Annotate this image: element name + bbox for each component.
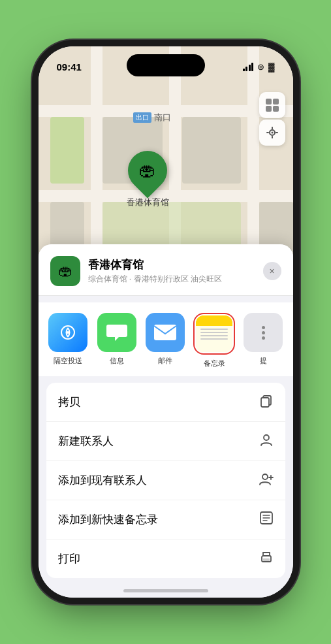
svg-point-5 — [271, 132, 273, 134]
battery-icon: ▓ — [268, 62, 274, 72]
action-copy[interactable]: 拷贝 — [46, 383, 285, 422]
dynamic-island — [127, 54, 205, 76]
action-list: 拷贝 新建联系人 添 — [46, 383, 285, 578]
share-item-mail[interactable]: 邮件 — [144, 313, 187, 366]
close-icon: × — [269, 266, 274, 276]
svg-point-12 — [262, 474, 268, 479]
share-item-airdrop[interactable]: 隔空投送 — [46, 313, 90, 366]
notes-label: 备忘录 — [204, 359, 225, 368]
share-row: 隔空投送 信息 邮件 — [39, 302, 293, 376]
action-add-contact[interactable]: 添加到现有联系人 — [46, 461, 285, 500]
note-icon — [259, 511, 274, 528]
wifi-icon: ⊜ — [257, 62, 264, 72]
pin-label: 香港体育馆 — [127, 197, 169, 208]
notes-highlight-border — [193, 313, 235, 355]
notes-icon — [196, 315, 232, 352]
stadium-icon: 🏟 — [139, 161, 156, 181]
svg-rect-0 — [266, 99, 272, 105]
action-new-contact-label: 新建联系人 — [58, 434, 114, 449]
copy-icon — [259, 393, 274, 411]
svg-point-11 — [264, 435, 269, 440]
person-icon — [259, 432, 274, 450]
share-item-notes[interactable]: 备忘录 — [193, 313, 236, 368]
share-item-message[interactable]: 信息 — [95, 313, 138, 366]
pin-circle: 🏟 — [120, 143, 176, 199]
share-item-more[interactable]: 提 — [242, 313, 285, 366]
action-new-contact[interactable]: 新建联系人 — [46, 422, 285, 461]
svg-rect-2 — [266, 106, 272, 112]
home-indicator — [123, 589, 208, 592]
action-print-label: 打印 — [58, 551, 80, 566]
block2 — [182, 117, 241, 184]
status-icons: ⊜ ▓ — [243, 62, 275, 72]
map-controls — [259, 92, 285, 146]
stadium-pin: 🏟 香港体育馆 — [127, 151, 169, 208]
print-icon — [259, 550, 274, 568]
location-info: 香港体育馆 综合体育馆 · 香港特别行政区 油尖旺区 — [88, 257, 255, 285]
location-name: 香港体育馆 — [88, 257, 255, 272]
action-add-contact-label: 添加到现有联系人 — [58, 473, 147, 488]
more-label: 提 — [260, 356, 267, 366]
location-button[interactable] — [259, 120, 285, 146]
map-nankou-text: 南口 — [154, 112, 171, 123]
location-header: 🏟 香港体育馆 综合体育馆 · 香港特别行政区 油尖旺区 × — [39, 244, 293, 296]
close-button[interactable]: × — [263, 262, 281, 280]
action-quick-note[interactable]: 添加到新快速备忘录 — [46, 500, 285, 539]
svg-rect-8 — [154, 325, 176, 340]
green1 — [50, 117, 84, 184]
svg-rect-15 — [263, 558, 270, 561]
action-quick-note-label: 添加到新快速备忘录 — [58, 512, 158, 527]
location-venue-icon: 🏟 — [50, 256, 80, 286]
bottom-sheet: 🏟 香港体育馆 综合体育馆 · 香港特别行政区 油尖旺区 × — [39, 244, 293, 598]
person-add-icon — [259, 472, 274, 489]
phone-frame: 09:41 ⊜ ▓ — [39, 46, 293, 598]
message-icon — [97, 313, 136, 352]
airdrop-icon — [48, 313, 87, 352]
svg-rect-10 — [261, 398, 269, 407]
status-time: 09:41 — [57, 61, 82, 72]
map-type-button[interactable] — [259, 92, 285, 118]
svg-point-7 — [67, 331, 69, 334]
action-copy-label: 拷贝 — [58, 394, 80, 410]
location-subtitle: 综合体育馆 · 香港特别行政区 油尖旺区 — [88, 274, 255, 285]
airdrop-label: 隔空投送 — [54, 356, 82, 366]
message-label: 信息 — [110, 356, 124, 366]
action-print[interactable]: 打印 — [46, 539, 285, 578]
svg-rect-1 — [273, 99, 279, 105]
svg-rect-3 — [273, 106, 279, 112]
mail-label: 邮件 — [158, 356, 172, 366]
map-label-nankou: 出口 南口 — [133, 112, 171, 123]
home-indicator-space — [39, 578, 293, 598]
mail-icon — [146, 313, 185, 352]
map-exit-tag: 出口 — [133, 112, 151, 123]
signal-icon — [243, 63, 254, 71]
more-icon — [244, 313, 283, 352]
